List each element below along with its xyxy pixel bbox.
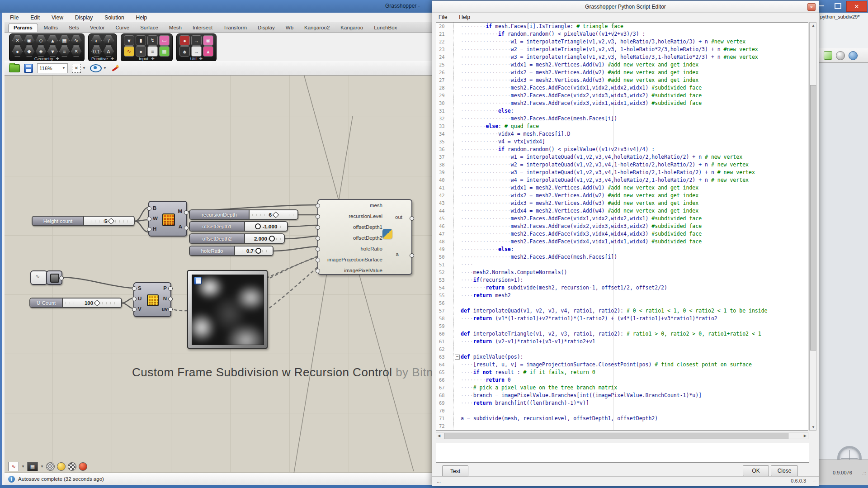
- param-icon[interactable]: ▭: [159, 35, 170, 46]
- horizontal-scroll-thumb[interactable]: [444, 433, 788, 439]
- slider-track[interactable]: 100: [63, 298, 121, 307]
- code-line-59[interactable]: 59: [436, 322, 808, 330]
- code-line-62[interactable]: 62: [436, 346, 808, 353]
- code-line-69[interactable]: 69····return branch[int((len(branch)-1)*…: [436, 399, 808, 407]
- python-input-mesh[interactable]: mesh: [318, 200, 411, 211]
- input-pin-s[interactable]: S: [138, 285, 142, 291]
- mesh-plane-component[interactable]: B W H M A: [148, 201, 187, 237]
- close-editor-button[interactable]: Close: [771, 465, 798, 476]
- code-line-65[interactable]: 65····if not result : # if it fails, ret…: [436, 369, 808, 376]
- input-pin-v[interactable]: V: [138, 306, 142, 312]
- code-line-32[interactable]: 32················mesh2.Faces.AddFace(me…: [436, 115, 808, 123]
- wireframe-mode-icon[interactable]: [46, 462, 55, 471]
- expand-icon[interactable]: ✚: [110, 57, 114, 61]
- vertical-scrollbar[interactable]: ▲ ▼: [809, 22, 816, 431]
- input-pin-u[interactable]: U: [138, 296, 142, 301]
- gray-sphere-icon[interactable]: [836, 51, 845, 60]
- scroll-up-icon[interactable]: ▲: [811, 24, 815, 28]
- input-pin-h[interactable]: H: [153, 226, 156, 232]
- param-icon[interactable]: A: [103, 46, 113, 57]
- param-icon[interactable]: ✕: [12, 35, 23, 46]
- output-pin-out[interactable]: out: [395, 214, 402, 220]
- code-line-55[interactable]: 55····return mesh2: [436, 292, 808, 299]
- output-nub[interactable]: [410, 216, 414, 221]
- save-file-icon[interactable]: [24, 64, 33, 73]
- code-line-72[interactable]: 72: [436, 422, 808, 430]
- slider-height-count[interactable]: Height count 5: [32, 216, 135, 226]
- output-nub[interactable]: [168, 297, 173, 301]
- code-line-38[interactable]: 38················w2 = interpolateQuad(v…: [436, 161, 808, 169]
- chevron-down-icon[interactable]: ▼: [103, 66, 107, 70]
- code-line-25[interactable]: 25················widx1 = mesh2.Vertices…: [436, 61, 808, 69]
- input-nub[interactable]: [316, 247, 320, 251]
- code-line-47[interactable]: 47················mesh2.Faces.AddFace(vi…: [436, 230, 808, 238]
- param-icon[interactable]: ▮: [136, 35, 146, 46]
- code-line-22[interactable]: 22················w1 = interpolateTriang…: [436, 38, 808, 46]
- slider-grip[interactable]: [255, 223, 261, 229]
- tab-surface[interactable]: Surface: [135, 24, 163, 32]
- tag-icon[interactable]: [824, 51, 832, 60]
- output-nub[interactable]: [410, 253, 414, 258]
- tab-kangaroo[interactable]: Kangaroo: [335, 24, 368, 32]
- code-line-54[interactable]: 54········return subdivide(mesh2, recurs…: [436, 284, 808, 292]
- tab-lunchbox[interactable]: LunchBox: [369, 24, 402, 32]
- tab-kangaroo2[interactable]: Kangaroo2: [299, 24, 335, 32]
- tab-maths[interactable]: Maths: [39, 24, 63, 32]
- evaluate-surface-component[interactable]: S U V P N uv: [133, 282, 171, 317]
- input-nub[interactable]: [132, 297, 137, 301]
- blue-sphere-icon[interactable]: [849, 51, 858, 60]
- code-line-64[interactable]: 64····[result, u, v] = imageProjectionSu…: [436, 361, 808, 369]
- param-icon[interactable]: ◇: [36, 35, 46, 46]
- open-file-icon[interactable]: [9, 64, 20, 72]
- param-icon[interactable]: ▼: [124, 35, 134, 46]
- code-line-66[interactable]: 66········return 0: [436, 376, 808, 384]
- slider-recursion-depth[interactable]: recursionDepth 6: [189, 209, 298, 220]
- param-icon[interactable]: ▼: [47, 46, 58, 57]
- slider-hole-ratio[interactable]: holeRatio 0.7: [189, 246, 274, 256]
- editor-titlebar[interactable]: Grasshopper Python Script Editor ✕: [432, 1, 819, 13]
- code-editor[interactable]: 20········if mesh.Faces[i].IsTriangle: #…: [436, 22, 808, 431]
- tab-curve[interactable]: Curve: [111, 24, 135, 32]
- chevron-down-icon[interactable]: ▼: [82, 66, 86, 70]
- canvas-widget-icon[interactable]: ▦: [27, 462, 38, 471]
- chevron-down-icon[interactable]: ▼: [40, 464, 44, 469]
- param-icon[interactable]: →: [191, 46, 202, 57]
- expand-icon[interactable]: ✚: [199, 57, 203, 61]
- input-nub[interactable]: [316, 236, 320, 241]
- code-line-71[interactable]: 71a = subdivide(mesh, recursionLevel, of…: [436, 415, 808, 422]
- output-nub[interactable]: [168, 307, 173, 312]
- code-line-70[interactable]: 70: [436, 407, 808, 415]
- output-pin-a[interactable]: A: [179, 224, 182, 229]
- param-icon[interactable]: ▦: [59, 35, 70, 46]
- param-icon[interactable]: 0.1: [91, 46, 102, 57]
- ok-button[interactable]: OK: [743, 465, 769, 476]
- surface-param-component[interactable]: [46, 270, 62, 285]
- code-line-60[interactable]: 60def interpolateTriangle(v1, v2, v3, ra…: [436, 330, 808, 338]
- output-nub[interactable]: [59, 276, 64, 280]
- code-line-41[interactable]: 41················widx1 = mesh2.Vertices…: [436, 184, 808, 192]
- output-pin-p[interactable]: P: [163, 285, 167, 291]
- input-pin-b[interactable]: B: [153, 205, 156, 211]
- code-line-46[interactable]: 46················mesh2.Faces.AddFace(vi…: [436, 223, 808, 230]
- param-icon[interactable]: ●: [136, 46, 146, 57]
- tab-params[interactable]: Params: [8, 23, 38, 32]
- output-nub[interactable]: [184, 210, 189, 215]
- param-icon[interactable]: ✕: [71, 46, 81, 57]
- code-line-44[interactable]: 44················widx4 = mesh2.Vertices…: [436, 207, 808, 215]
- input-nub[interactable]: [147, 217, 151, 221]
- horizontal-scrollbar[interactable]: ◀ ▶: [436, 432, 808, 439]
- param-icon[interactable]: ●: [12, 46, 23, 57]
- code-line-50[interactable]: 50················mesh2.Faces.AddFace(me…: [436, 253, 808, 261]
- input-nub[interactable]: [132, 307, 137, 312]
- code-line-27[interactable]: 27················widx3 = mesh2.Vertices…: [436, 76, 808, 84]
- param-icon[interactable]: ▦: [159, 46, 170, 57]
- code-line-23[interactable]: 23················w2 = interpolateTriang…: [436, 46, 808, 53]
- menu-help[interactable]: Help: [136, 14, 147, 21]
- scroll-left-icon[interactable]: ◀: [438, 434, 440, 438]
- save-bitmap-icon[interactable]: [194, 277, 202, 284]
- tab-display[interactable]: Display: [253, 24, 280, 32]
- editor-close-button[interactable]: ✕: [807, 3, 816, 11]
- code-line-33[interactable]: 33········else: # quad face: [436, 123, 808, 130]
- output-nub[interactable]: [184, 226, 189, 230]
- python-script-component[interactable]: meshrecursionLeveloffsetDepth1offsetDept…: [317, 199, 412, 275]
